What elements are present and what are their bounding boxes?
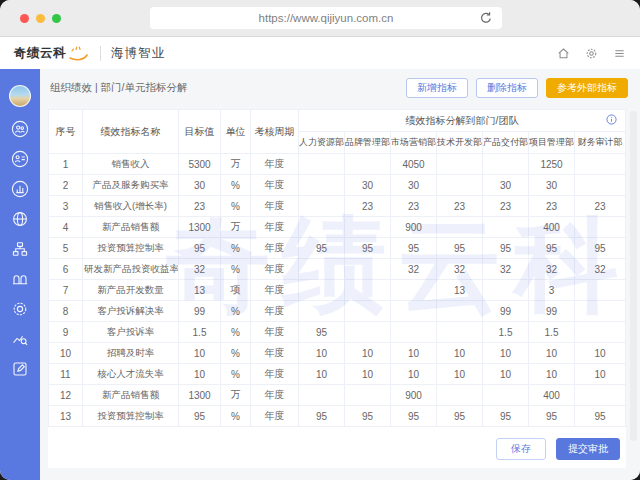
dept-value-cell[interactable]: 1.5 [529,322,575,343]
contacts-icon[interactable] [11,150,29,168]
dept-value-cell[interactable]: 30 [483,175,529,196]
dept-value-cell[interactable]: 10 [345,364,391,385]
dept-value-cell[interactable]: 10 [529,364,575,385]
dept-value-cell[interactable] [575,322,626,343]
dept-value-cell[interactable] [345,154,391,175]
dept-value-cell[interactable]: 10 [391,364,437,385]
dept-value-cell[interactable] [299,217,345,238]
dept-value-cell[interactable]: 10 [437,364,483,385]
dept-value-cell[interactable]: 23 [483,196,529,217]
dept-value-cell[interactable] [575,385,626,406]
avatar[interactable] [9,85,31,107]
dept-value-cell[interactable] [299,154,345,175]
dept-value-cell[interactable] [575,301,626,322]
dept-value-cell[interactable]: 1.5 [483,322,529,343]
dept-value-cell[interactable] [345,280,391,301]
dept-value-cell[interactable] [483,385,529,406]
dept-value-cell[interactable]: 400 [529,385,575,406]
submit-approval-button[interactable]: 提交审批 [556,438,620,460]
dept-value-cell[interactable] [437,154,483,175]
compass-icon[interactable] [11,210,29,228]
dept-value-cell[interactable]: 1250 [529,154,575,175]
dept-value-cell[interactable] [299,301,345,322]
dept-value-cell[interactable]: 95 [299,322,345,343]
bridge-icon[interactable] [11,270,29,288]
dept-value-cell[interactable] [437,385,483,406]
dept-value-cell[interactable]: 10 [391,343,437,364]
dept-value-cell[interactable]: 10 [529,343,575,364]
dept-value-cell[interactable]: 32 [575,259,626,280]
dept-value-cell[interactable] [575,217,626,238]
dept-value-cell[interactable]: 95 [299,238,345,259]
dept-value-cell[interactable]: 30 [345,175,391,196]
dept-value-cell[interactable]: 95 [391,406,437,427]
dept-value-cell[interactable]: 10 [483,364,529,385]
dept-value-cell[interactable] [391,322,437,343]
menu-icon[interactable] [613,47,626,60]
dept-value-cell[interactable]: 10 [299,364,345,385]
dept-value-cell[interactable]: 30 [529,175,575,196]
scrollbar[interactable] [630,111,637,441]
dept-value-cell[interactable]: 95 [345,238,391,259]
dept-value-cell[interactable] [299,280,345,301]
dept-value-cell[interactable] [391,280,437,301]
dept-value-cell[interactable] [345,217,391,238]
app-logo[interactable]: 奇绩云科 [14,45,90,62]
dept-value-cell[interactable]: 10 [575,343,626,364]
info-icon[interactable] [606,114,617,125]
dept-value-cell[interactable]: 95 [391,238,437,259]
dept-value-cell[interactable]: 95 [529,238,575,259]
dept-value-cell[interactable] [575,280,626,301]
dept-value-cell[interactable]: 32 [437,259,483,280]
dept-value-cell[interactable]: 10 [345,343,391,364]
dept-value-cell[interactable]: 99 [483,301,529,322]
dept-value-cell[interactable]: 10 [483,343,529,364]
dept-value-cell[interactable]: 95 [483,406,529,427]
dept-value-cell[interactable]: 10 [437,343,483,364]
dept-value-cell[interactable] [299,385,345,406]
trend-search-icon[interactable] [11,330,29,348]
sitemap-icon[interactable] [11,240,29,258]
dept-value-cell[interactable]: 900 [391,217,437,238]
home-icon[interactable] [557,47,570,60]
dept-value-cell[interactable] [345,301,391,322]
dept-value-cell[interactable]: 95 [575,238,626,259]
close-window-button[interactable] [20,14,29,23]
dept-value-cell[interactable]: 95 [437,406,483,427]
reference-external-button[interactable]: 参考外部指标 [546,78,628,98]
minimize-window-button[interactable] [36,14,45,23]
dept-value-cell[interactable]: 23 [575,196,626,217]
dept-value-cell[interactable] [299,175,345,196]
team-icon[interactable] [11,120,29,138]
dept-value-cell[interactable] [345,259,391,280]
settings-icon[interactable] [585,47,598,60]
dept-value-cell[interactable]: 3 [529,280,575,301]
dept-value-cell[interactable]: 23 [391,196,437,217]
dept-value-cell[interactable]: 400 [529,217,575,238]
dept-value-cell[interactable]: 99 [529,301,575,322]
dept-value-cell[interactable]: 95 [345,406,391,427]
url-bar[interactable]: https://www.qijiyun.com.cn [150,7,502,29]
dept-value-cell[interactable] [299,196,345,217]
edit-icon[interactable] [11,360,29,378]
dept-value-cell[interactable]: 10 [575,364,626,385]
dept-value-cell[interactable] [437,322,483,343]
dept-value-cell[interactable]: 23 [437,196,483,217]
dept-value-cell[interactable] [345,385,391,406]
dept-value-cell[interactable]: 95 [299,406,345,427]
dept-value-cell[interactable]: 30 [391,175,437,196]
add-indicator-button[interactable]: 新增指标 [406,78,468,98]
dept-value-cell[interactable]: 32 [529,259,575,280]
dept-value-cell[interactable]: 95 [483,238,529,259]
medal-icon[interactable] [11,300,29,318]
reload-icon[interactable] [479,11,493,25]
dept-value-cell[interactable]: 23 [345,196,391,217]
dept-value-cell[interactable] [299,259,345,280]
dept-value-cell[interactable] [437,301,483,322]
save-button[interactable]: 保存 [496,438,546,460]
dept-value-cell[interactable]: 23 [529,196,575,217]
dept-value-cell[interactable]: 900 [391,385,437,406]
dept-value-cell[interactable] [437,175,483,196]
dept-value-cell[interactable] [483,280,529,301]
dept-value-cell[interactable] [483,154,529,175]
